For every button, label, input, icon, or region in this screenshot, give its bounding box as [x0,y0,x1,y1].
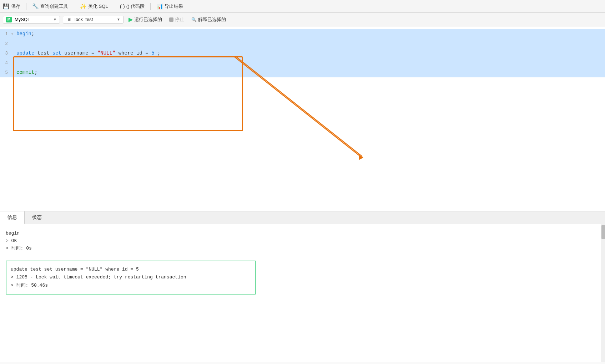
explain-icon: 🔍 [191,17,197,22]
code-editor-container: 1 ⊟ begin; 2 3 update test set username … [0,26,605,215]
scrollbar-thumb[interactable] [601,225,605,239]
tab-info[interactable]: 信息 [0,211,25,224]
kw-begin: begin [16,31,31,37]
beautify-icon: ✨ [80,3,87,10]
line-marker-1: ⊟ [11,30,15,39]
error-time-text: > 时间: 50.46s [11,282,251,289]
code-editor[interactable]: 1 ⊟ begin; 2 3 update test set username … [0,26,605,215]
stop-button[interactable]: 停止 [167,16,186,24]
semi-1: ; [31,31,34,37]
main-toolbar: 💾 保存 🔧 查询创建工具 ✨ 美化 SQL ( ) () 代码段 📊 导出结果 [0,0,605,13]
play-icon: ▶ [128,16,133,23]
kw-update: update [16,50,34,56]
run-selected-button[interactable]: ▶ 运行已选择的 [126,15,164,24]
line-num-4: 4 [0,58,11,68]
table-chevron-icon: ▼ [117,17,120,21]
txt-username: username = [64,50,97,56]
save-button[interactable]: 💾 保存 [3,3,20,10]
panel-scrollbar[interactable] [601,224,605,362]
error-box: update test set username = "NULL" where … [6,261,256,294]
begin-result-section: begin > OK > 时间: 0s [6,230,599,252]
run-label: 运行已选择的 [134,16,162,23]
code-line-1: 1 ⊟ begin; [0,29,605,39]
num-5: 5 [151,50,154,56]
ok-text: > OK [6,237,599,245]
tab-status[interactable]: 状态 [25,211,49,224]
database-selector[interactable]: M MySQL ▼ [3,16,60,24]
toolbar-divider-3 [114,3,114,10]
line-num-5: 5 [0,68,11,77]
query-builder-icon: 🔧 [32,3,39,10]
str-null: "NULL" [97,50,115,56]
error-query-text: update test set username = "NULL" where … [11,266,251,273]
explain-label: 解释已选择的 [198,16,226,23]
line-content-5: commit; [15,68,605,77]
line-content-4 [15,58,605,67]
mysql-icon: M [6,17,12,22]
begin-text: begin [6,230,599,237]
save-label: 保存 [11,3,20,10]
export-icon: 📊 [156,3,163,10]
tabs-bar: 信息 状态 [0,211,605,224]
code-line-2: 2 [0,39,605,48]
toolbar-divider-2 [74,3,74,10]
save-icon: 💾 [3,3,10,10]
tab-info-label: 信息 [7,214,17,220]
bottom-panel: 信息 状态 begin > OK > 时间: 0s update test se… [0,211,605,364]
semi-3: ; [157,50,160,56]
table-name-label: lock_test [75,17,93,22]
stop-label: 停止 [175,16,184,23]
time1-text: > 时间: 0s [6,245,599,252]
kw-commit: commit [16,70,34,75]
toolbar-divider-4 [150,3,151,10]
export-button[interactable]: 📊 导出结果 [156,3,183,10]
error-msg-text: > 1205 - Lock wait timeout exceeded; try… [11,273,251,281]
line-content-1: begin; [15,29,605,39]
code-snippet-button[interactable]: ( ) () 代码段 [120,3,145,10]
toolbar-divider-1 [26,3,26,10]
code-snippet-icon: ( ) [120,3,125,9]
table-icon: ⊞ [66,17,72,22]
code-line-5: 5 commit; [0,68,605,77]
tab-status-label: 状态 [32,214,42,220]
line-num-2: 2 [0,39,11,48]
beautify-button[interactable]: ✨ 美化 SQL [80,3,108,10]
code-snippet-label: () 代码段 [126,3,145,10]
code-line-4: 4 [0,58,605,68]
panel-content: begin > OK > 时间: 0s update test set user… [0,224,605,362]
query-builder-button[interactable]: 🔧 查询创建工具 [32,3,68,10]
code-line-3: 3 update test set username = "NULL" wher… [0,48,605,58]
semi-5: ; [34,70,37,75]
db-chevron-icon: ▼ [53,17,57,21]
stop-icon [169,17,173,22]
query-builder-label: 查询创建工具 [40,3,68,10]
kw-set: set [52,50,61,56]
line-content-2 [15,39,605,48]
line-num-1: 1 [0,30,11,39]
beautify-label: 美化 SQL [88,3,108,10]
export-label: 导出结果 [165,3,183,10]
line-content-3: update test set username = "NULL" where … [15,48,605,58]
table-selector[interactable]: ⊞ lock_test ▼ [63,16,123,24]
db-name-label: MySQL [15,17,30,22]
explain-button[interactable]: 🔍 解释已选择的 [189,16,228,24]
txt-test: test [37,50,52,56]
txt-where: where id = [119,50,151,56]
line-num-3: 3 [0,49,11,58]
query-bar: M MySQL ▼ ⊞ lock_test ▼ ▶ 运行已选择的 停止 🔍 解释… [0,13,605,26]
